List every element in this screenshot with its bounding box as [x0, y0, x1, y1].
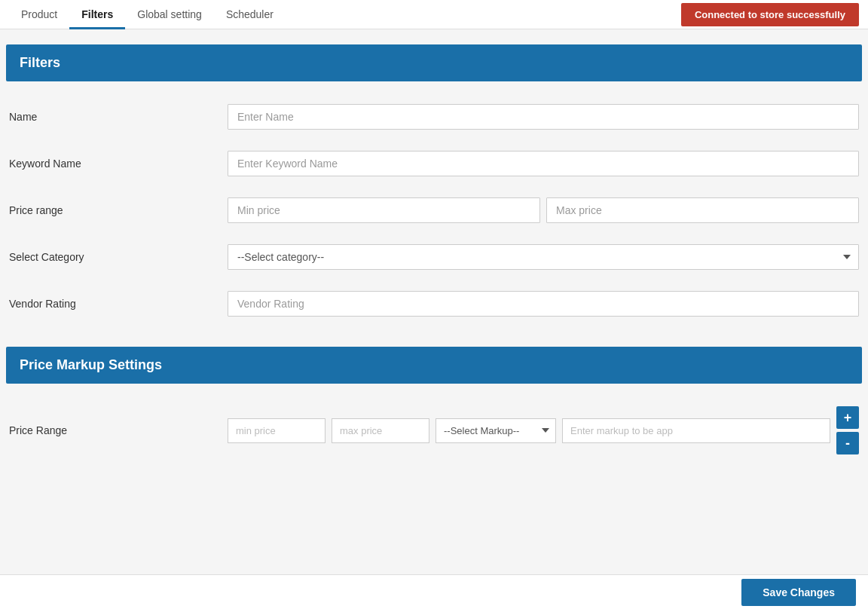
keyword-name-input[interactable]	[228, 151, 859, 176]
connected-badge: Connected to store successfully	[681, 3, 859, 26]
price-markup-section: Price Markup Settings Price Range --Sele…	[6, 347, 862, 454]
select-category-label: Select Category	[9, 251, 228, 263]
main-content: Filters Name Keyword Name Price range	[0, 29, 868, 609]
tab-scheduler[interactable]: Scheduler	[214, 1, 286, 29]
price-range-label: Price range	[9, 204, 228, 216]
save-changes-button[interactable]: Save Changes	[741, 579, 856, 606]
keyword-name-row: Keyword Name	[6, 151, 862, 176]
top-navigation: Product Filters Global setting Scheduler…	[0, 0, 868, 29]
markup-value-input[interactable]	[562, 418, 830, 443]
price-range-row: Price range	[6, 197, 862, 223]
select-category-row: Select Category --Select category--	[6, 244, 862, 270]
name-label: Name	[9, 111, 228, 123]
filters-section: Filters Name Keyword Name Price range	[6, 44, 862, 317]
markup-max-price-input[interactable]	[332, 418, 429, 443]
keyword-name-label: Keyword Name	[9, 158, 228, 170]
price-markup-section-header: Price Markup Settings	[6, 347, 862, 384]
price-markup-row: Price Range --Select Markup-- + -	[6, 406, 862, 454]
min-price-input[interactable]	[228, 197, 540, 223]
page-footer: Save Changes	[0, 574, 868, 609]
markup-controls: --Select Markup-- + -	[228, 406, 859, 454]
category-select[interactable]: --Select category--	[228, 244, 859, 270]
max-price-input[interactable]	[546, 197, 859, 223]
name-controls	[228, 104, 859, 130]
add-markup-row-button[interactable]: +	[836, 406, 859, 429]
tab-filters[interactable]: Filters	[69, 1, 125, 29]
tab-global-setting[interactable]: Global setting	[125, 1, 214, 29]
vendor-rating-label: Vendor Rating	[9, 298, 228, 310]
name-row: Name	[6, 104, 862, 130]
vendor-rating-controls	[228, 291, 859, 317]
add-remove-buttons: + -	[836, 406, 859, 454]
vendor-rating-row: Vendor Rating	[6, 291, 862, 317]
vendor-rating-input[interactable]	[228, 291, 859, 317]
price-range-markup-label: Price Range	[9, 424, 228, 436]
tab-product[interactable]: Product	[9, 1, 69, 29]
price-range-controls	[228, 197, 859, 223]
markup-type-select[interactable]: --Select Markup--	[436, 418, 556, 443]
remove-markup-row-button[interactable]: -	[836, 432, 859, 454]
nav-tabs: Product Filters Global setting Scheduler	[9, 0, 286, 29]
select-category-controls: --Select category--	[228, 244, 859, 270]
keyword-name-controls	[228, 151, 859, 176]
filters-section-header: Filters	[6, 44, 862, 81]
markup-min-price-input[interactable]	[228, 418, 326, 443]
name-input[interactable]	[228, 104, 859, 130]
